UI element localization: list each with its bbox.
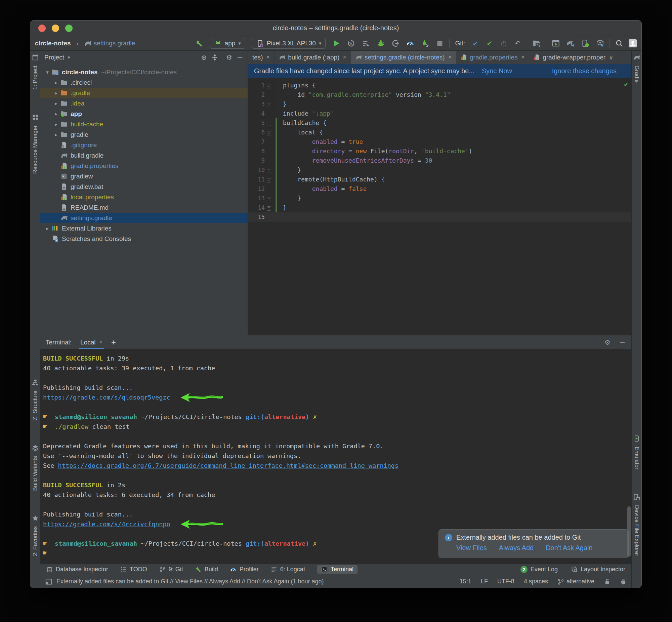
code-editor[interactable]: ✔ 1-plugins {2 id "com.gradle.enterprise… xyxy=(248,78,631,335)
code-line-1[interactable]: 1-plugins { xyxy=(248,81,631,90)
terminal-scrollbar[interactable] xyxy=(627,507,631,557)
editor-gutter[interactable]: 14^ xyxy=(248,203,279,212)
tree-item-idea[interactable]: ▸.idea xyxy=(40,98,248,108)
terminal-link[interactable]: https://gradle.com/s/qldsoqr5vegzc xyxy=(43,392,170,402)
tree-item-gradlew[interactable]: gradlew xyxy=(40,171,248,181)
project-structure-button[interactable] xyxy=(533,39,541,47)
tool-window-button-layout-inspector[interactable]: Layout Inspector xyxy=(571,566,625,573)
git-branch-widget[interactable]: alternative xyxy=(558,578,594,585)
code-line-4[interactable]: 4include ':app' xyxy=(248,109,631,118)
close-icon[interactable]: × xyxy=(521,54,525,61)
editor-tab-gradle-wrapper-proper[interactable]: gradle-wrapper.proper∨ xyxy=(529,51,618,64)
editor-gutter[interactable]: 15 xyxy=(248,212,279,222)
tool-strip-tab-device-file-explorer[interactable]: Device File Explorer xyxy=(633,505,640,556)
terminal-settings-gear-icon[interactable]: ⚙ xyxy=(604,339,611,346)
tool-strip-tab-emulator[interactable]: Emulator xyxy=(633,447,640,470)
tree-expand-icon[interactable]: ▸ xyxy=(43,226,52,232)
git-history-button[interactable]: ◷ xyxy=(500,40,507,47)
tree-item-scratches-and-consoles[interactable]: Scratches and Consoles xyxy=(40,234,248,244)
editor-gutter[interactable]: 7 xyxy=(248,137,279,146)
tool-window-button-6-logcat[interactable]: 6: Logcat xyxy=(271,566,305,573)
editor-gutter[interactable]: 3^ xyxy=(248,100,279,109)
collapse-all-button[interactable] xyxy=(211,54,218,61)
editor-gutter[interactable]: 5- xyxy=(248,118,279,128)
profile-button[interactable] xyxy=(406,39,414,47)
indent-setting[interactable]: 4 spaces xyxy=(524,578,548,585)
code-line-3[interactable]: 3^} xyxy=(248,100,631,109)
gradle-icon[interactable] xyxy=(633,54,640,61)
tree-item-gradle-properties[interactable]: gradle.properties xyxy=(40,161,248,171)
apply-changes-button[interactable]: A xyxy=(347,39,355,47)
close-icon[interactable]: × xyxy=(448,54,452,61)
structure-icon[interactable] xyxy=(32,379,39,386)
git-commit-button[interactable]: ✔ xyxy=(486,40,493,47)
tree-expand-icon[interactable]: ▸ xyxy=(52,80,61,86)
editor-gutter[interactable]: 10^ xyxy=(248,165,279,175)
gradle-sync-button[interactable] xyxy=(566,39,574,47)
tree-expand-icon[interactable]: ▸ xyxy=(52,111,61,117)
device-file-explorer-icon[interactable] xyxy=(633,494,640,500)
device-manager-button[interactable] xyxy=(581,39,589,47)
code-line-8[interactable]: 8 directory = new File(rootDir, 'build-c… xyxy=(248,146,631,156)
fold-marker-icon[interactable]: - xyxy=(265,175,273,184)
run-button[interactable] xyxy=(332,39,340,47)
project-icon[interactable] xyxy=(32,54,39,61)
always-add-link[interactable]: Always Add xyxy=(499,544,534,552)
tool-window-button-event-log[interactable]: 2Event Log xyxy=(521,566,558,573)
tree-item-readme-md[interactable]: README.md xyxy=(40,202,248,213)
editor-tab-tes[interactable]: tes)× xyxy=(248,51,275,64)
ignore-changes-link[interactable]: Ignore these changes xyxy=(552,67,616,75)
highlight-level-icon[interactable] xyxy=(620,578,627,585)
tree-item-app[interactable]: ▸app xyxy=(40,108,248,119)
search-everywhere-button[interactable] xyxy=(615,39,623,47)
run-anything-button[interactable] xyxy=(552,39,560,47)
build-variants-icon[interactable] xyxy=(32,445,39,451)
tree-item-circleci[interactable]: ▸.circleci xyxy=(40,77,248,88)
zoom-window-button[interactable] xyxy=(65,25,73,32)
tree-expand-icon[interactable]: ▸ xyxy=(52,121,61,127)
resource-manager-icon[interactable] xyxy=(32,114,39,120)
run-configuration-select[interactable]: app ▾ xyxy=(210,38,245,49)
minimize-window-button[interactable] xyxy=(52,25,59,32)
hide-terminal-button[interactable]: ─ xyxy=(618,339,626,346)
close-icon[interactable]: × xyxy=(99,339,103,346)
favorites-icon[interactable] xyxy=(32,515,39,521)
code-line-15[interactable]: 15 xyxy=(248,212,631,222)
debug-button[interactable] xyxy=(377,39,385,47)
close-window-button[interactable] xyxy=(38,25,46,32)
status-message[interactable]: Externally added files can be added to G… xyxy=(57,578,456,585)
editor-gutter[interactable]: 9 xyxy=(248,156,279,165)
code-line-10[interactable]: 10^ } xyxy=(248,165,631,175)
fold-marker-icon[interactable]: ^ xyxy=(265,165,273,175)
terminal-link[interactable]: https://gradle.com/s/4rczivcfqnnpo xyxy=(43,519,170,529)
editor-gutter[interactable]: 12 xyxy=(248,184,279,194)
tree-item-circle-notes[interactable]: ▾circle-notes~/Projects/CCI/circle-notes xyxy=(40,67,248,77)
code-line-2[interactable]: 2 id "com.gradle.enterprise" version "3.… xyxy=(248,90,631,100)
editor-tab-settings-gradle-circle-notes[interactable]: settings.gradle (circle-notes)× xyxy=(351,51,456,64)
fold-marker-icon[interactable]: - xyxy=(265,128,273,137)
code-line-6[interactable]: 6- local { xyxy=(248,128,631,137)
sdk-manager-button[interactable] xyxy=(596,39,604,47)
project-panel-title[interactable]: Project xyxy=(44,54,64,61)
breadcrumb-project[interactable]: circle-notes xyxy=(35,40,71,47)
editor-gutter[interactable]: 1- xyxy=(248,81,279,90)
editor-gutter[interactable]: 11- xyxy=(248,175,279,184)
editor-tab-build-gradle-app[interactable]: build.gradle (:app)× xyxy=(275,51,351,64)
dont-ask-again-link[interactable]: Don't Ask Again xyxy=(546,544,592,552)
unlock-icon[interactable] xyxy=(604,578,610,585)
editor-gutter[interactable]: 2 xyxy=(248,90,279,100)
hide-panel-button[interactable]: ─ xyxy=(236,54,244,61)
device-select[interactable]: Pixel 3 XL API 30 ▾ xyxy=(252,38,326,49)
git-update-button[interactable]: ↙ xyxy=(472,40,479,47)
build-hammer-icon[interactable] xyxy=(195,39,203,47)
tool-strip-tab-z-structure[interactable]: Z: Structure xyxy=(32,390,39,420)
tree-item-gitignore[interactable]: .gitignore xyxy=(40,140,248,150)
tree-expand-icon[interactable]: ▸ xyxy=(52,132,61,138)
breadcrumb-file[interactable]: settings.gradle xyxy=(84,40,135,47)
fold-marker-icon[interactable]: - xyxy=(265,118,273,128)
emulator-icon[interactable] xyxy=(633,435,640,442)
editor-gutter[interactable]: 4 xyxy=(248,109,279,118)
git-rollback-button[interactable]: ↶ xyxy=(514,40,522,47)
terminal-link[interactable]: https://docs.gradle.org/6.7/userguide/co… xyxy=(58,461,399,471)
tool-strip-tab-2-favorites[interactable]: 2: Favorites xyxy=(32,526,39,556)
